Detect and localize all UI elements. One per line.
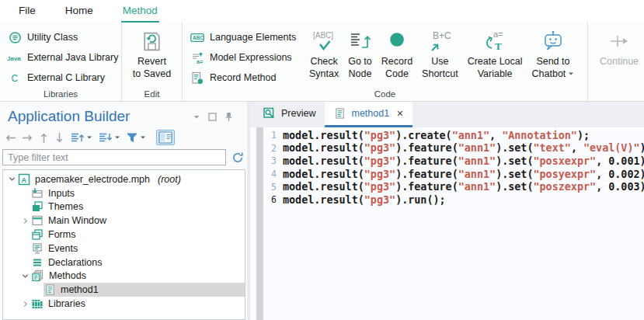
expand-list-button[interactable] [70,131,92,144]
move-down-button[interactable] [54,132,64,144]
edit-group-label: Edit [122,89,182,99]
check-syntax-button[interactable]: [ABC]CheckSyntax [305,23,343,80]
code-line[interactable]: 5model.result("pg3").feature("ann1").set… [250,180,644,193]
continue-icon [607,29,632,54]
use-shortcut-button[interactable]: B+CUseShortcut [417,23,463,80]
editor-tools-button[interactable] [156,130,175,145]
tree-collapsed-chevron[interactable] [19,217,30,224]
use-shortcut-label-line: Shortcut [422,68,458,80]
utility-class-icon [7,31,23,44]
svg-text:a=: a= [197,58,203,64]
line-number: 4 [250,169,283,179]
tree-item-libraries[interactable]: Libraries [3,297,245,311]
tree-item-methods[interactable]: Methods [3,270,245,283]
record-code-button[interactable]: RecordCode [377,23,417,80]
go-to-node-button[interactable]: Go toNode [343,23,377,80]
revert-to-saved-button[interactable]: Revertto Saved [128,23,176,80]
record-method-button[interactable]: Record Method [190,71,305,85]
code-line[interactable]: 2model.result("pg3").feature("ann1").set… [250,142,644,155]
tree-item-pacemaker-electrode-mph[interactable]: Apacemaker_electrode.mph(root) [3,172,245,186]
code-line[interactable]: 4model.result("pg3").feature("ann1").set… [250,168,644,181]
tree-item-inputs[interactable]: Inputs [3,186,245,200]
code-line[interactable]: 6model.result("pg3").run(); [250,193,644,207]
list-down-icon [98,131,113,144]
menu-tab-home[interactable]: Home [64,0,95,23]
tree-expanded-chevron[interactable] [19,273,30,280]
tree-item-label: method1 [61,284,99,295]
method-icon [334,107,346,120]
code-line[interactable]: 1model.result("pg3").create("ann1", "Ann… [250,129,644,142]
refresh-button[interactable] [231,151,244,164]
code-editor[interactable]: 1model.result("pg3").create("ann1", "Ann… [250,127,644,320]
move-up-button[interactable] [39,132,49,144]
utility-class-label: Utility Class [27,32,78,43]
tree-item-declarations[interactable]: Declarations [3,256,245,270]
send-to-chatbot-label-line: Chatbot [532,68,575,80]
utility-class-button[interactable]: Utility Class [7,30,121,44]
declarations-icon [31,256,44,269]
language-elements-button[interactable]: ABCLanguage Elements [190,30,305,44]
line-number: 2 [250,143,283,154]
record-code-label-line: Record [381,55,413,68]
tree-item-events[interactable]: Events [3,242,245,256]
panel-collapse-button[interactable] [193,113,200,120]
tree-item-label: Methods [49,270,86,281]
application-builder-panel: Application Builder Apacemaker_electrode… [0,102,247,320]
model-expressions-label: Model Expressions [210,52,292,63]
send-to-chatbot-icon [541,29,566,54]
continue-button: Continue [595,23,643,101]
collapse-list-button[interactable] [98,131,120,144]
tree-item-main-window[interactable]: Main Window [3,214,245,228]
editor-tab-strip: Previewmethod1✕ [250,102,644,127]
code-text: model.result("pg3").feature("ann1").set(… [283,169,644,180]
send-to-chatbot-button[interactable]: Send toChatbot [527,23,580,80]
back-button[interactable] [5,133,16,143]
external-java-library-button[interactable]: JavaExternal Java Library [7,50,121,64]
editor-tab-method1[interactable]: method1✕ [325,102,413,127]
code-text: model.result("pg3").feature("ann1").set(… [283,155,644,167]
model-expressions-button[interactable]: a=Model Expressions [190,50,305,64]
panel-float-button[interactable] [208,113,217,121]
filter-button[interactable] [126,131,146,144]
tree-item-label: Declarations [48,257,102,268]
tree-item-method1[interactable]: method1 [3,283,245,297]
editor-tab-preview[interactable]: Preview [254,102,325,127]
svg-text:Java: Java [7,55,21,62]
tree-item-themes[interactable]: Themes [3,200,245,214]
tree-collapsed-chevron[interactable] [19,301,30,308]
send-to-chatbot-label-line: Send to [536,55,569,68]
language-elements-label: Language Elements [210,32,296,43]
ribbon-tab-bar: FileHomeMethod [0,0,644,23]
record-code-label-line: Code [385,68,409,80]
inputs-icon [31,187,44,200]
external-c-library-button[interactable]: CExternal C Library [7,71,121,85]
tree-expanded-chevron[interactable] [6,176,17,183]
methods-icon [31,270,44,282]
forward-button[interactable] [22,133,33,143]
filter-input[interactable] [2,149,226,165]
ribbon-group-code: ABCLanguage Elementsa=Model ExpressionsR… [183,23,588,101]
panel-pin-button[interactable] [225,112,233,122]
tree-expanded-icon [22,273,29,280]
app-root-icon: A [18,173,30,186]
create-local-variable-icon: a=T [481,29,509,54]
external-c-library-label: External C Library [27,72,105,83]
line-number: 5 [250,182,283,193]
nav-down-icon [54,132,64,144]
tree-expanded-icon [9,176,16,183]
code-lines: 1model.result("pg3").create("ann1", "Ann… [250,129,644,207]
libraries-group-label: Libraries [0,89,121,99]
menu-tab-method[interactable]: Method [121,0,159,23]
create-local-variable-button[interactable]: a=TCreate LocalVariable [463,23,527,80]
tree-collapsed-icon [22,217,29,224]
close-tab-icon[interactable]: ✕ [396,109,403,119]
dropdown-chevron-icon [140,135,146,140]
tree-item-forms[interactable]: Forms [3,228,245,242]
panel-header: Application Builder [8,107,239,126]
refresh-icon [231,151,244,164]
line-number: 3 [250,155,283,166]
menu-tab-file[interactable]: File [17,0,37,23]
code-line[interactable]: 3model.result("pg3").feature("ann1").set… [250,155,644,168]
svg-text:B+C: B+C [433,30,451,41]
dropdown-chevron-icon [114,135,120,140]
